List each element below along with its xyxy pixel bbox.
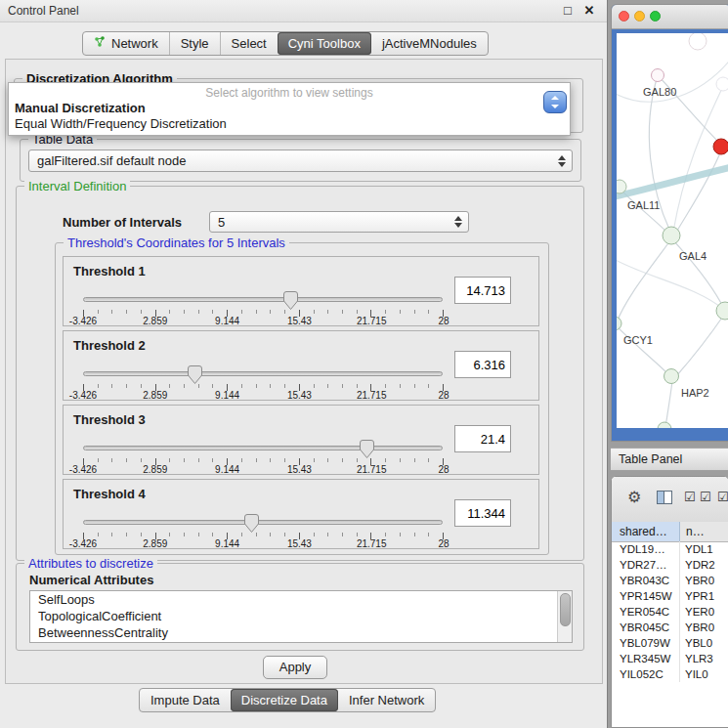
close-window-icon[interactable]: ✕ (581, 2, 597, 20)
table-data-combobox[interactable]: galFiltered.sif default node (28, 150, 573, 172)
cell[interactable]: YLR345W (612, 651, 680, 666)
network-canvas[interactable]: GAL80 GAL11 GAL4 GCY1 HAP2 (617, 33, 728, 428)
table-row[interactable]: YIL052CYIL0 (612, 666, 728, 682)
slider-handle[interactable] (244, 514, 259, 533)
close-traffic-light-icon[interactable] (619, 11, 629, 21)
table-row[interactable]: YPR145WYPR1 (612, 588, 728, 604)
gear-icon[interactable]: ⚙ (627, 489, 641, 506)
network-window-titlebar (612, 5, 728, 29)
cell[interactable]: YDL1 (680, 541, 728, 557)
cell[interactable]: YER0 (680, 604, 728, 620)
table-columns-icon[interactable] (657, 491, 672, 504)
cell[interactable]: YPR145W (612, 588, 680, 604)
minimize-traffic-light-icon[interactable] (634, 11, 645, 21)
slider-track[interactable] (83, 520, 443, 525)
node-label-gcy1: GCY1 (623, 334, 653, 346)
threshold-label: Threshold 4 (73, 487, 146, 501)
control-panel-titlebar: Control Panel □ ✕ (0, 0, 607, 22)
highlighted-edge[interactable] (617, 166, 728, 197)
float-window-icon[interactable]: □ (560, 2, 576, 20)
tab-discretize-data[interactable]: Discretize Data (231, 689, 338, 711)
list-item[interactable]: BetweennessCentrality (30, 624, 572, 641)
cell[interactable]: YIL052C (612, 666, 680, 682)
tab-label: Infer Network (349, 693, 424, 707)
stepper-up-icon (551, 96, 559, 100)
tab-select[interactable]: Select (220, 32, 278, 55)
table-rows: YDL19…YDL1 YDR27…YDR2 YBR043CYBR0 YPR145… (612, 541, 728, 727)
table-row[interactable]: YBR045CYBR0 (612, 620, 728, 635)
slider-handle[interactable] (188, 365, 202, 384)
dropdown-item-equal-width[interactable]: Equal Width/Frequency Discretization (9, 116, 570, 132)
cell[interactable]: YDR27… (612, 557, 680, 573)
scrollbar-thumb[interactable] (560, 593, 571, 626)
algorithm-combo-stepper[interactable] (543, 91, 567, 113)
slider-track[interactable] (83, 371, 443, 376)
column-header-name[interactable]: n… (680, 522, 728, 541)
table-row[interactable]: YDR27…YDR2 (612, 557, 728, 573)
numerical-attributes-label: Numerical Attributes (29, 573, 153, 587)
table-row[interactable]: YDL19…YDL1 (612, 541, 728, 557)
network-node-hap2[interactable] (664, 369, 679, 384)
cell[interactable]: YBR0 (680, 573, 728, 588)
slider-handle[interactable] (283, 291, 298, 310)
column-header-shared[interactable]: shared… (612, 522, 680, 541)
threshold-4-value-field[interactable] (454, 499, 511, 527)
cell[interactable]: YER054C (612, 604, 680, 620)
tab-infer-network[interactable]: Infer Network (338, 689, 435, 711)
apply-button[interactable]: Apply (263, 656, 327, 679)
list-item[interactable]: TopologicalCoefficient (30, 608, 572, 624)
cell[interactable]: YPR1 (680, 588, 728, 604)
numerical-attributes-list[interactable]: SelfLoops TopologicalCoefficient Between… (29, 590, 573, 643)
cell[interactable]: YBL079W (612, 635, 680, 651)
number-of-intervals-combobox[interactable]: 5 (209, 211, 469, 233)
network-node[interactable] (716, 77, 728, 91)
threshold-3-slider[interactable] (83, 439, 443, 458)
tab-jactivemnodules[interactable]: jActiveMNodules (371, 32, 488, 55)
cell[interactable]: YBR045C (612, 620, 680, 635)
tab-impute-data[interactable]: Impute Data (140, 689, 231, 711)
threshold-2-value-field[interactable] (454, 351, 511, 378)
cell[interactable]: YLR3 (680, 651, 728, 666)
network-node-gal80[interactable] (652, 69, 664, 82)
network-node-gal11[interactable] (617, 180, 626, 193)
table-row[interactable]: YBR043CYBR0 (612, 573, 728, 588)
app-root: Control Panel □ ✕ Network Style Select C… (0, 0, 728, 728)
cell[interactable]: YBR043C (612, 573, 680, 588)
cell[interactable]: YIL0 (680, 666, 728, 682)
cell[interactable]: YDR2 (680, 557, 728, 573)
table-row[interactable]: YER054CYER0 (612, 604, 728, 620)
slider-track[interactable] (83, 446, 443, 450)
selected-network-node[interactable] (713, 139, 728, 154)
checkbox-icon[interactable]: ☑ (684, 490, 696, 505)
table-row[interactable]: YLR345WYLR3 (612, 651, 728, 666)
network-node[interactable] (689, 33, 707, 50)
tab-network[interactable]: Network (83, 32, 169, 55)
scale-label: 28 (438, 316, 449, 326)
list-scrollbar[interactable] (557, 591, 572, 642)
scale-label: 15.43 (287, 538, 312, 549)
network-node[interactable] (658, 422, 671, 428)
network-node-gal4[interactable] (663, 227, 680, 244)
table-row[interactable]: YBL079WYBL0 (612, 635, 728, 651)
tab-label: Select (232, 36, 267, 51)
tab-style[interactable]: Style (169, 32, 220, 55)
threshold-4-slider[interactable] (83, 513, 443, 533)
cell[interactable]: YDL19… (612, 541, 680, 557)
slider-track[interactable] (83, 297, 443, 302)
network-node-gcy1[interactable] (617, 317, 621, 330)
dropdown-item-manual-discretization[interactable]: Manual Discretization (9, 101, 570, 116)
zoom-traffic-light-icon[interactable] (650, 11, 661, 21)
threshold-1-slider[interactable] (83, 290, 443, 310)
group-title: Interval Definition (24, 179, 130, 193)
slider-handle[interactable] (360, 440, 374, 458)
combobox-arrows-icon (558, 155, 566, 167)
list-item[interactable]: SelfLoops (30, 591, 572, 608)
tab-cyni-toolbox[interactable]: Cyni Toolbox (278, 32, 371, 55)
checkbox-icon[interactable]: ☑ (700, 490, 711, 505)
threshold-3-value-field[interactable] (454, 425, 511, 452)
threshold-2-slider[interactable] (83, 364, 443, 384)
cell[interactable]: YBR0 (680, 620, 728, 635)
cell[interactable]: YBL0 (680, 635, 728, 651)
threshold-1-value-field[interactable] (454, 277, 511, 304)
checkbox-icon[interactable]: ☑ (717, 490, 728, 505)
